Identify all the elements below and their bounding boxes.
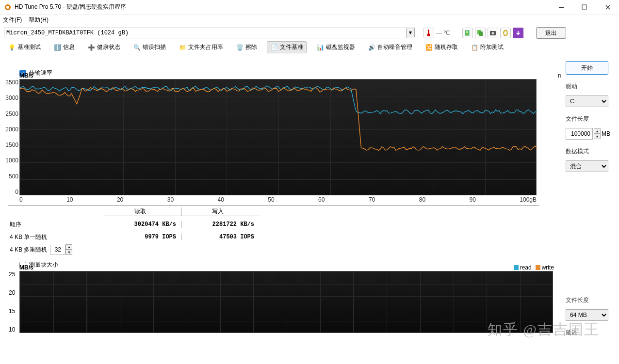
queue-up[interactable]: ▲ (65, 244, 72, 250)
drive-letter-select[interactable]: C: (566, 95, 608, 107)
svg-rect-10 (479, 32, 483, 36)
info-icon: ℹ️ (53, 44, 61, 51)
menu-help[interactable]: 帮助(H) (29, 16, 49, 24)
y-axis-left-label-2: MB/s (19, 264, 33, 271)
screenshot-icon[interactable] (488, 28, 498, 38)
link-icon[interactable] (500, 28, 511, 38)
thermometer-icon (424, 28, 434, 38)
start-button[interactable]: 开始 (566, 61, 608, 75)
tab-error-scan[interactable]: 🔍错误扫描 (130, 42, 169, 53)
search-icon: 🔍 (133, 44, 141, 51)
exit-button[interactable]: 退出 (536, 27, 566, 39)
queue-down[interactable]: ▼ (65, 250, 72, 255)
toolbar: ▾ — ℃ 退出 (0, 25, 619, 41)
svg-point-5 (427, 33, 430, 36)
svg-rect-7 (466, 32, 468, 32)
data-mode-label: 数据模式 (566, 147, 614, 156)
svg-rect-8 (466, 32, 468, 33)
file-length-label-2: 文件长度 (566, 296, 614, 304)
legend-write-swatch (536, 265, 540, 270)
maximize-button[interactable] (577, 2, 592, 12)
row-sequential-label: 顺序 (8, 221, 104, 229)
title-text: HD Tune Pro 5.70 - 硬盘/固态硬盘实用程序 (15, 3, 554, 11)
row-sequential-write: 2281722 KB/s (181, 221, 259, 228)
copy-all-icon[interactable] (475, 28, 486, 38)
monitor-icon: 📊 (316, 44, 324, 51)
drive-select[interactable] (4, 28, 407, 38)
transfer-chart (19, 79, 537, 195)
tab-erase[interactable]: 🗑️擦除 (233, 42, 260, 53)
row-4k-multi-label: 4 KB 多重随机 (10, 246, 47, 254)
y-axis-right-label: ms (558, 72, 561, 79)
y-axis-left-label: MB/s (19, 72, 33, 79)
tab-info[interactable]: ℹ️信息 (50, 42, 78, 53)
file-icon: 📄 (270, 44, 278, 51)
trash-icon: 🗑️ (236, 44, 244, 51)
legend-2: read write (514, 264, 554, 271)
watermark: 知乎 @吉吉国王 (488, 320, 561, 340)
tab-health[interactable]: ➕健康状态 (84, 42, 123, 53)
drive-label: 驱动 (566, 82, 614, 91)
tab-random-access[interactable]: 🔀随机存取 (422, 42, 461, 53)
filelen-down[interactable]: ▼ (594, 134, 601, 139)
queue-depth-input[interactable] (50, 245, 65, 254)
row-4k-single-label: 4 KB 单一随机 (8, 233, 104, 241)
svg-point-12 (492, 32, 494, 34)
close-button[interactable] (601, 2, 615, 12)
tab-disk-monitor[interactable]: 📊磁盘监视器 (313, 42, 358, 53)
lightbulb-icon: 💡 (8, 44, 16, 51)
filelen-up[interactable]: ▲ (594, 128, 601, 134)
svg-rect-2 (559, 7, 564, 8)
titlebar: HD Tune Pro 5.70 - 硬盘/固态硬盘实用程序 (0, 0, 619, 15)
tab-bar: 💡基准测试 ℹ️信息 ➕健康状态 🔍错误扫描 📁文件夹占用率 🗑️擦除 📄文件基… (0, 41, 619, 54)
menu-file[interactable]: 文件(F) (3, 16, 22, 24)
minimize-button[interactable] (554, 2, 569, 12)
y-axis-left: 3500300025002000150010005000 (3, 79, 18, 195)
tab-folder-usage[interactable]: 📁文件夹占用率 (176, 42, 226, 53)
copy-text-icon[interactable] (462, 28, 473, 38)
header-read: 读取 (104, 207, 181, 216)
svg-rect-3 (582, 5, 586, 9)
app-icon (4, 3, 12, 11)
clipboard-icon: 📋 (471, 44, 478, 51)
svg-rect-4 (428, 30, 429, 34)
row-sequential-read: 3020474 KB/s (104, 221, 181, 228)
sidebar: 开始 驱动 C: 文件长度 ▲▼ MB 数据模式 混合 文件长度 64 MB 延… (561, 54, 619, 364)
y-axis-left-2: 25201510 (9, 271, 15, 333)
row-4k-single-write: 47503 IOPS (181, 234, 259, 240)
header-write: 写入 (181, 207, 259, 216)
folder-icon: 📁 (179, 44, 186, 51)
temperature-value: — ℃ (436, 30, 450, 36)
file-length-label: 文件长度 (566, 115, 614, 123)
x-axis: 0102030405060708090100gB (19, 196, 537, 203)
tab-file-benchmark[interactable]: 📄文件基准 (267, 41, 307, 53)
drive-select-arrow[interactable]: ▾ (406, 28, 415, 37)
block-size-chart (19, 271, 553, 333)
tab-aam[interactable]: 🔊自动噪音管理 (365, 42, 415, 53)
block-size-label: 测量块大小 (29, 261, 58, 269)
random-icon: 🔀 (425, 44, 433, 51)
file-length-select-2[interactable]: 64 MB (566, 309, 608, 321)
file-length-unit: MB (602, 130, 610, 137)
save-icon[interactable] (513, 28, 523, 38)
menubar: 文件(F) 帮助(H) (0, 15, 619, 25)
row-4k-single-read: 9979 IOPS (104, 234, 181, 240)
results-table: 读取 写入 顺序 3020474 KB/s 2281722 KB/s 4 KB … (8, 205, 539, 256)
legend-read-swatch (514, 265, 519, 270)
file-length-input[interactable] (566, 128, 593, 140)
tab-extra-tests[interactable]: 📋附加测试 (468, 42, 506, 53)
tab-benchmark[interactable]: 💡基准测试 (5, 42, 44, 53)
data-mode-select[interactable]: 混合 (566, 160, 608, 172)
svg-point-1 (6, 6, 9, 9)
sound-icon: 🔊 (368, 44, 375, 51)
health-icon: ➕ (87, 44, 95, 51)
